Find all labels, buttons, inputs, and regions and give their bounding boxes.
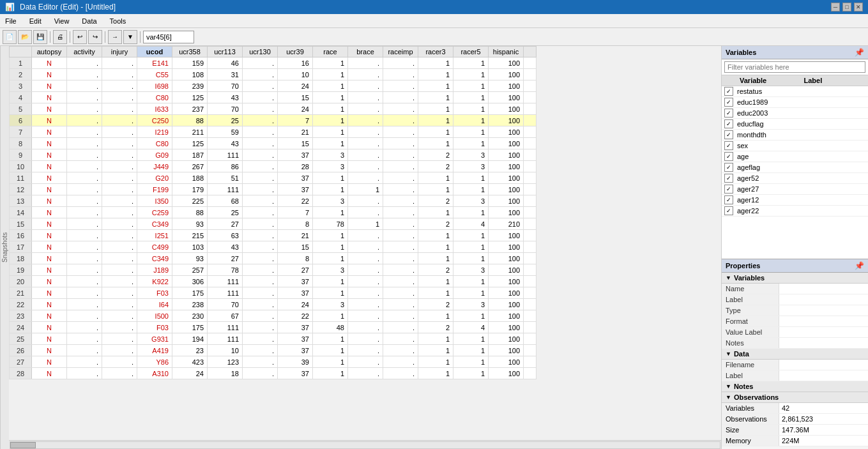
cell-activity[interactable]: . [67,57,102,69]
cell-ucr113[interactable]: 78 [208,264,243,276]
cell-hispanic[interactable]: 100 [489,69,524,80]
cell-activity[interactable]: . [67,356,102,368]
cell-hispanic[interactable]: 100 [489,103,524,115]
cell-ucr130[interactable]: . [243,218,278,230]
cell-racer5[interactable]: 1 [453,368,489,379]
cell-ucr358[interactable]: 93 [172,253,208,264]
cell-racer5[interactable]: 1 [453,333,489,345]
cell-racer3[interactable]: 1 [418,80,453,92]
cell-racer3[interactable]: 1 [418,115,453,126]
cell-ucr39[interactable]: 22 [278,195,313,207]
cell-ucr113[interactable]: 25 [208,115,243,126]
cell-ucr358[interactable]: 306 [172,276,208,287]
cell-racer3[interactable]: 1 [418,207,453,218]
table-row[interactable]: 1N..E14115946.161..11100 [10,57,537,69]
cell-activity[interactable]: . [67,149,102,161]
cell-ucr358[interactable]: 257 [172,264,208,276]
cell-raceimp[interactable]: . [383,103,418,115]
cell-ucr358[interactable]: 239 [172,80,208,92]
cell-hispanic[interactable]: 100 [489,138,524,149]
cell-injury[interactable]: . [102,299,137,310]
cell-rownum[interactable]: 26 [10,345,32,356]
cell-ucr39[interactable]: 24 [278,80,313,92]
cell-racer3[interactable]: 1 [418,253,453,264]
cell-racer3[interactable]: 1 [418,333,453,345]
table-row[interactable]: 14N..C2598825.71..11100 [10,207,537,218]
scrollbar-track[interactable] [10,441,720,449]
cell-brace[interactable]: . [348,115,383,126]
variable-list-item[interactable]: ✓educ2003 [722,108,868,119]
variable-checkbox[interactable]: ✓ [724,98,733,107]
cell-raceimp[interactable]: . [383,69,418,80]
cell-racer5[interactable]: 1 [453,126,489,138]
table-row[interactable]: 10N..J44926786.283..23100 [10,161,537,172]
col-header-brace[interactable]: brace [348,47,383,57]
cell-ucr358[interactable]: 238 [172,299,208,310]
cell-racer3[interactable]: 2 [418,149,453,161]
cell-brace[interactable]: . [348,356,383,368]
cell-race[interactable]: 3 [313,195,348,207]
col-header-racer3[interactable]: racer3 [418,47,453,57]
cell-racer5[interactable]: 1 [453,184,489,195]
cell-brace[interactable]: . [348,126,383,138]
cell-ucr130[interactable]: . [243,172,278,184]
cell-injury[interactable]: . [102,207,137,218]
cell-ucod[interactable]: G20 [137,172,172,184]
cell-ucr39[interactable]: 28 [278,161,313,172]
cell-brace[interactable]: . [348,310,383,322]
minimize-button[interactable]: ─ [831,3,840,11]
cell-autopsy[interactable]: N [32,264,67,276]
cell-hispanic[interactable]: 100 [489,172,524,184]
table-row[interactable]: 25N..G931194111.371..11100 [10,333,537,345]
variable-list-item[interactable]: ✓age [722,151,868,162]
cell-activity[interactable]: . [67,126,102,138]
cell-race[interactable]: 1 [313,172,348,184]
cell-ucod[interactable]: I633 [137,103,172,115]
cell-raceimp[interactable]: . [383,218,418,230]
cell-raceimp[interactable]: . [383,241,418,253]
cell-race[interactable]: 1 [313,368,348,379]
cell-ucod[interactable]: Y86 [137,356,172,368]
cell-autopsy[interactable]: N [32,253,67,264]
cell-ucr113[interactable]: 27 [208,218,243,230]
cell-autopsy[interactable]: N [32,322,67,333]
cell-injury[interactable]: . [102,195,137,207]
variable-list-item[interactable]: ✓ager27 [722,184,868,195]
cell-ucr113[interactable]: 27 [208,253,243,264]
cell-activity[interactable]: . [67,103,102,115]
cell-injury[interactable]: . [102,322,137,333]
cell-rownum[interactable]: 1 [10,57,32,69]
cell-race[interactable]: 78 [313,218,348,230]
cell-ucr39[interactable]: 39 [278,356,313,368]
cell-raceimp[interactable]: . [383,138,418,149]
cell-ucr358[interactable]: 88 [172,115,208,126]
variable-list-item[interactable]: ✓ager52 [722,173,868,184]
cell-race[interactable]: 1 [313,184,348,195]
cell-hispanic[interactable]: 100 [489,126,524,138]
cell-race[interactable]: 1 [313,126,348,138]
cell-injury[interactable]: . [102,115,137,126]
cell-race[interactable]: 48 [313,322,348,333]
cell-racer5[interactable]: 1 [453,356,489,368]
cell-raceimp[interactable]: . [383,126,418,138]
cell-autopsy[interactable]: N [32,218,67,230]
variable-checkbox[interactable]: ✓ [724,195,733,204]
col-header-extra[interactable] [524,47,537,57]
cell-ucr358[interactable]: 225 [172,195,208,207]
cell-activity[interactable]: . [67,276,102,287]
grid-scroll-area[interactable]: autopsy activity injury ucod ucr358 ucr1… [9,46,721,440]
table-row[interactable]: 11N..G2018851.371..11100 [10,172,537,184]
cell-ucr130[interactable]: . [243,207,278,218]
cell-autopsy[interactable]: N [32,69,67,80]
cell-activity[interactable]: . [67,184,102,195]
cell-racer5[interactable]: 4 [453,218,489,230]
cell-raceimp[interactable]: . [383,230,418,241]
cell-ucr358[interactable]: 125 [172,92,208,103]
cell-brace[interactable]: . [348,195,383,207]
cell-rownum[interactable]: 23 [10,310,32,322]
cell-brace[interactable]: . [348,172,383,184]
cell-brace[interactable]: . [348,138,383,149]
cell-brace[interactable]: . [348,322,383,333]
cell-rownum[interactable]: 19 [10,264,32,276]
cell-raceimp[interactable]: . [383,57,418,69]
